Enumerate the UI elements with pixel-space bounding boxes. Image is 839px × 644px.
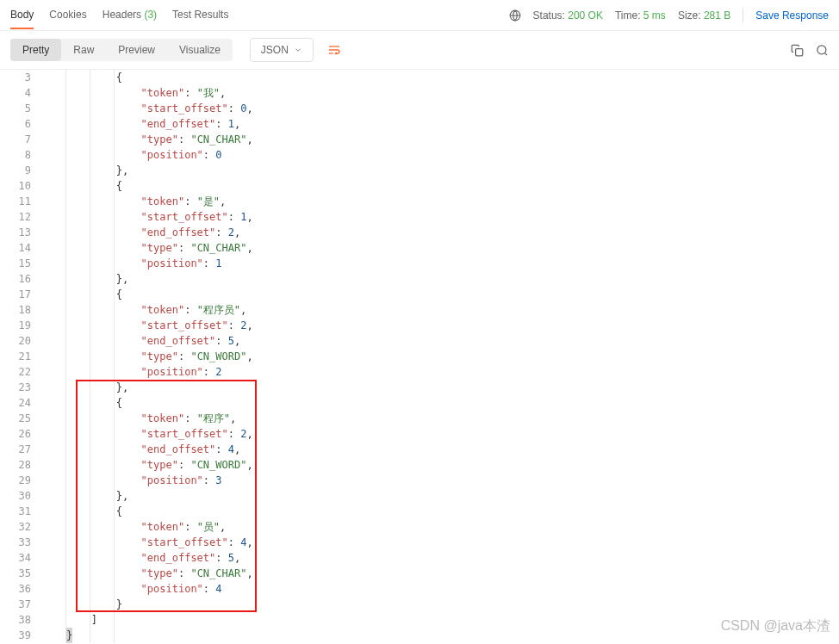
code-line: {	[41, 70, 839, 85]
code-line: "position": 3	[41, 473, 839, 488]
view-tab-visualize[interactable]: Visualize	[167, 39, 233, 61]
svg-rect-4	[796, 48, 803, 55]
code-line: "token": "是",	[41, 194, 839, 209]
code-line: "token": "我",	[41, 85, 839, 101]
code-line: },	[41, 380, 839, 395]
response-tabs-bar: Body Cookies Headers (3) Test Results St…	[0, 0, 839, 31]
search-button[interactable]	[816, 44, 829, 57]
code-line: },	[41, 163, 839, 178]
code-line: "start_offset": 2,	[41, 318, 839, 333]
code-line: {	[41, 178, 839, 194]
status-bar: Status: 200 OK Time: 5 ms Size: 281 B Sa…	[509, 9, 829, 22]
svg-line-6	[824, 53, 827, 55]
code-editor[interactable]: 3456789101112131415161718192021222324252…	[0, 70, 839, 643]
tab-headers[interactable]: Headers (3)	[103, 2, 157, 28]
format-dropdown[interactable]: JSON	[250, 38, 314, 62]
wrap-lines-button[interactable]	[320, 38, 348, 62]
view-tab-pretty[interactable]: Pretty	[10, 39, 61, 61]
code-line: "position": 4	[41, 581, 839, 597]
line-numbers: 3456789101112131415161718192021222324252…	[0, 70, 41, 643]
view-toolbar: Pretty Raw Preview Visualize JSON	[0, 31, 839, 70]
code-line: "type": "CN_CHAR",	[41, 240, 839, 256]
code-line: ]	[41, 612, 839, 628]
code-line: }	[41, 628, 839, 643]
code-line: "position": 0	[41, 147, 839, 163]
status-text: Status: 200 OK	[533, 9, 603, 22]
format-label: JSON	[261, 44, 289, 56]
response-tabs: Body Cookies Headers (3) Test Results	[10, 2, 228, 28]
code-line: }	[41, 597, 839, 612]
code-line: "end_offset": 1,	[41, 116, 839, 132]
headers-count: (3)	[144, 9, 157, 21]
view-mode-tabs: Pretty Raw Preview Visualize	[10, 39, 233, 61]
code-line: "position": 1	[41, 256, 839, 271]
view-tab-raw[interactable]: Raw	[61, 39, 106, 61]
copy-button[interactable]	[791, 44, 804, 57]
code-line: "end_offset": 5,	[41, 333, 839, 349]
toolbar-right	[791, 44, 829, 57]
code-line: },	[41, 271, 839, 287]
code-line: "end_offset": 5,	[41, 550, 839, 566]
code-line: "token": "程序",	[41, 411, 839, 426]
code-line: "token": "程序员",	[41, 302, 839, 318]
watermark: CSDN @java本渣	[721, 617, 830, 635]
code-line: "type": "CN_WORD",	[41, 457, 839, 473]
code-line: "start_offset": 4,	[41, 535, 839, 550]
size-text: Size: 281 B	[678, 9, 730, 22]
code-line: "end_offset": 2,	[41, 225, 839, 240]
tab-test-results[interactable]: Test Results	[172, 2, 228, 28]
code-line: {	[41, 504, 839, 519]
code-line: "token": "员",	[41, 519, 839, 535]
time-text: Time: 5 ms	[615, 9, 666, 22]
code-line: "start_offset": 1,	[41, 209, 839, 225]
code-line: {	[41, 287, 839, 302]
code-line: "type": "CN_CHAR",	[41, 132, 839, 147]
code-line: "end_offset": 4,	[41, 442, 839, 457]
chevron-down-icon	[294, 46, 302, 54]
code-line: "type": "CN_CHAR",	[41, 566, 839, 581]
wrap-icon	[327, 43, 341, 57]
divider	[743, 9, 743, 22]
tab-body[interactable]: Body	[10, 2, 34, 29]
svg-point-5	[817, 45, 826, 53]
view-tab-preview[interactable]: Preview	[106, 39, 167, 61]
tab-cookies[interactable]: Cookies	[49, 2, 86, 28]
code-line: "type": "CN_WORD",	[41, 349, 839, 364]
code-line: "position": 2	[41, 364, 839, 380]
code-line: },	[41, 488, 839, 504]
code-line: {	[41, 395, 839, 411]
code-content: { "token": "我", "start_offset": 0, "end_…	[41, 70, 839, 643]
save-response-button[interactable]: Save Response	[755, 9, 829, 22]
code-line: "start_offset": 2,	[41, 426, 839, 442]
code-line: "start_offset": 0,	[41, 101, 839, 116]
globe-icon[interactable]	[509, 9, 521, 22]
